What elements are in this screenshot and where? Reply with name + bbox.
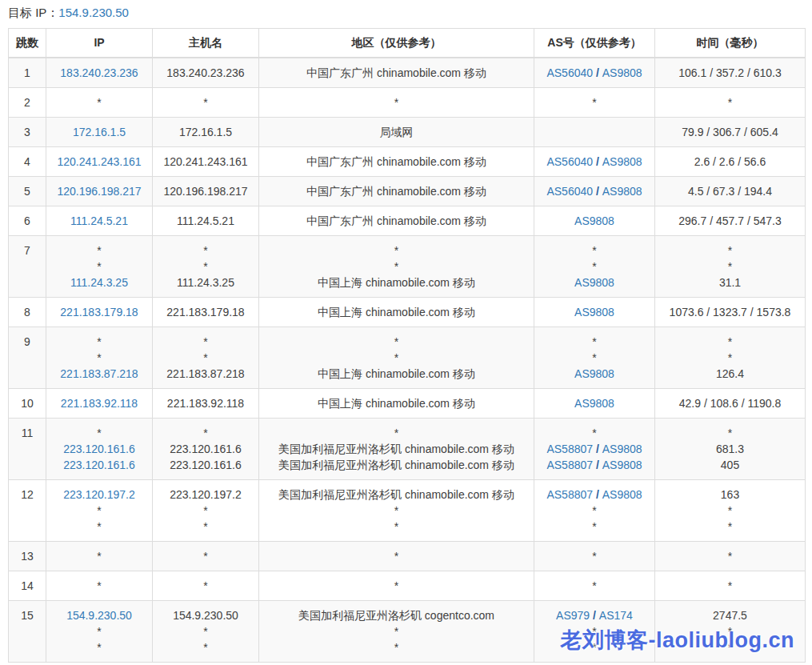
ip-line: 111.24.5.21 — [50, 213, 149, 229]
ip-link[interactable]: 172.16.1.5 — [73, 126, 126, 138]
asn-line: * — [538, 503, 651, 519]
asn-line: AS56040 / AS9808 — [538, 183, 651, 199]
as-link[interactable]: AS9808 — [574, 367, 614, 380]
as-link[interactable]: AS58807 — [546, 459, 593, 471]
col-header-time: 时间（毫秒） — [655, 29, 806, 58]
hop-cell: 4 — [9, 147, 46, 177]
ip-cell: 183.240.23.236 — [46, 58, 153, 88]
as-link[interactable]: AS9808 — [574, 214, 614, 227]
as-separator: / — [593, 488, 602, 501]
as-link[interactable]: AS9808 — [574, 397, 614, 410]
hostname-cell: 120.241.243.161 — [153, 147, 259, 177]
region-line: 中国广东广州 chinamobile.com 移动 — [262, 213, 530, 229]
region-cell: 中国广东广州 chinamobile.com 移动 — [259, 147, 534, 177]
target-ip-value: 154.9.230.50 — [58, 6, 129, 19]
time-line: 405 — [658, 457, 802, 473]
time-line: 126.4 — [658, 366, 802, 382]
region-cell: 中国广东广州 chinamobile.com 移动 — [259, 58, 534, 88]
hop-cell: 6 — [9, 206, 46, 236]
table-row: 12223.120.197.2**223.120.197.2**美国加利福尼亚州… — [9, 480, 806, 542]
asn-cell: * — [534, 542, 655, 571]
ip-link[interactable]: 221.183.179.18 — [60, 306, 138, 318]
as-link[interactable]: AS9808 — [602, 155, 642, 168]
hostname-cell: * — [153, 542, 259, 571]
time-cell: 1073.6 / 1323.7 / 1573.8 — [655, 298, 806, 327]
as-link[interactable]: AS9808 — [602, 459, 642, 471]
hop-cell: 8 — [9, 298, 46, 327]
ip-link[interactable]: 221.183.87.218 — [60, 367, 138, 380]
table-row: 13***** — [9, 542, 806, 571]
region-cell: 美国加利福尼亚州洛杉矶 cogentco.com** — [259, 601, 534, 663]
table-row: 7**111.24.3.25**111.24.3.25**中国上海 chinam… — [9, 236, 806, 298]
ip-line: * — [50, 425, 149, 441]
time-line: 163 — [658, 487, 802, 503]
asn-line: AS9808 — [538, 213, 651, 229]
as-link[interactable]: AS9808 — [602, 185, 642, 198]
region-cell: **中国上海 chinamobile.com 移动 — [259, 327, 534, 389]
host-line: * — [156, 519, 255, 535]
ip-link[interactable]: 223.120.197.2 — [63, 488, 135, 501]
region-line: 美国加利福尼亚州洛杉矶 chinamobile.com 移动 — [262, 441, 530, 457]
ip-line: 223.120.161.6 — [50, 441, 149, 457]
ip-line: 120.196.198.217 — [50, 183, 149, 199]
region-cell: 中国上海 chinamobile.com 移动 — [259, 389, 534, 419]
hop-cell: 11 — [9, 419, 46, 480]
ip-line: * — [50, 242, 149, 258]
as-link[interactable]: AS9808 — [602, 488, 642, 501]
hop-cell: 7 — [9, 236, 46, 298]
as-link[interactable]: AS56040 — [546, 66, 593, 79]
target-ip-line: 目标 IP：154.9.230.50 — [0, 0, 812, 28]
asn-cell: AS58807 / AS9808** — [534, 480, 655, 542]
time-cell: 79.9 / 306.7 / 605.4 — [655, 118, 806, 147]
as-link[interactable]: AS174 — [599, 609, 633, 622]
as-link[interactable]: AS56040 — [546, 155, 593, 168]
region-cell: 中国上海 chinamobile.com 移动 — [259, 298, 534, 327]
time-cell: 2.6 / 2.6 / 56.6 — [655, 147, 806, 177]
time-line: * — [658, 503, 802, 519]
as-link[interactable]: AS9808 — [574, 306, 614, 318]
host-line: * — [156, 350, 255, 366]
hop-cell: 5 — [9, 177, 46, 206]
col-header-hostname: 主机名 — [153, 29, 259, 58]
host-line: 172.16.1.5 — [156, 124, 255, 140]
region-line: * — [262, 548, 530, 564]
region-cell: * — [259, 571, 534, 601]
hostname-cell: * — [153, 571, 259, 601]
ip-line: * — [50, 578, 149, 594]
ip-line: * — [50, 519, 149, 535]
col-header-region: 地区（仅供参考） — [259, 29, 534, 58]
ip-link[interactable]: 111.24.5.21 — [70, 214, 128, 227]
asn-line: * — [538, 350, 651, 366]
ip-cell: * — [46, 542, 153, 571]
host-line: 120.196.198.217 — [156, 183, 255, 199]
ip-line: 223.120.161.6 — [50, 457, 149, 473]
time-line: * — [658, 548, 802, 564]
as-link[interactable]: AS9808 — [602, 443, 642, 455]
as-separator: / — [593, 459, 602, 471]
asn-line — [538, 124, 651, 140]
ip-link[interactable]: 183.240.23.236 — [60, 66, 138, 79]
as-link[interactable]: AS58807 — [546, 443, 593, 455]
asn-line: * — [538, 334, 651, 350]
ip-cell: **111.24.3.25 — [46, 236, 153, 298]
region-cell: 局域网 — [259, 118, 534, 147]
as-link[interactable]: AS56040 — [546, 185, 593, 198]
ip-link[interactable]: 111.24.3.25 — [70, 276, 128, 289]
as-link[interactable]: AS58807 — [546, 488, 593, 501]
traceroute-table: 跳数 IP 主机名 地区（仅供参考） AS号（仅供参考） 时间（毫秒） 1183… — [8, 28, 806, 663]
ip-link[interactable]: 223.120.161.6 — [63, 443, 135, 455]
as-link[interactable]: AS9808 — [574, 276, 614, 289]
ip-link[interactable]: 221.183.92.118 — [61, 397, 138, 410]
region-line: 美国加利福尼亚州洛杉矶 chinamobile.com 移动 — [262, 487, 530, 503]
as-link[interactable]: AS979 — [556, 609, 590, 622]
as-link[interactable]: AS9808 — [602, 66, 642, 79]
table-row: 11*223.120.161.6223.120.161.6*223.120.16… — [9, 419, 806, 480]
ip-link[interactable]: 120.196.198.217 — [57, 185, 141, 198]
time-line: * — [658, 334, 802, 350]
ip-line: * — [50, 334, 149, 350]
region-line: * — [262, 578, 530, 594]
ip-link[interactable]: 154.9.230.50 — [66, 609, 132, 622]
ip-link[interactable]: 223.120.161.6 — [63, 459, 135, 471]
region-line: 中国上海 chinamobile.com 移动 — [262, 304, 530, 320]
ip-link[interactable]: 120.241.243.161 — [57, 155, 141, 168]
